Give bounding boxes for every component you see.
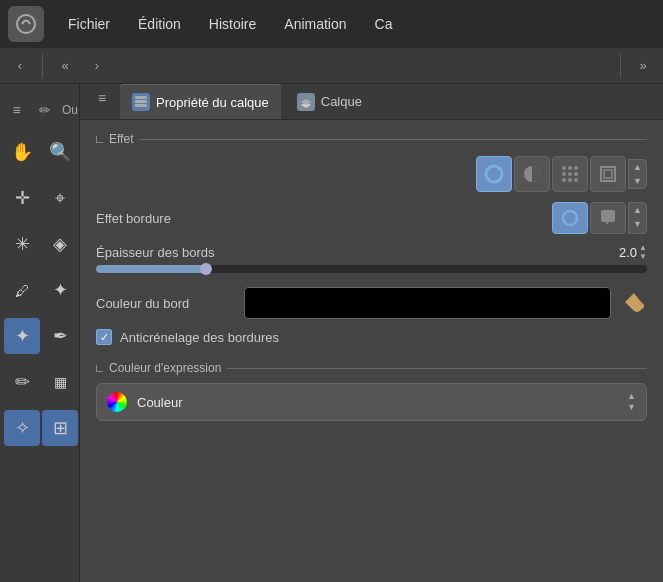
couleur-dropdown-label: Couleur <box>137 395 617 410</box>
main-layout: ≡ ✏ Ou ✋ 🔍 ✛ ⌖ ✳ ◈ 🖊 ✦ ✦ ✒ ✏ ▦ ✧ ⊞ ≡ <box>0 84 663 582</box>
star-tool[interactable]: ✳ <box>4 226 40 262</box>
menu-ca[interactable]: Ca <box>363 10 405 38</box>
tab-propriete[interactable]: Propriété du calque <box>120 84 281 119</box>
effect-circle-btn[interactable] <box>476 156 512 192</box>
border-type-group: ▲ ▼ <box>552 202 647 234</box>
effet-title: Effet <box>96 132 647 146</box>
nav-double-left-btn[interactable]: « <box>51 52 79 80</box>
svg-rect-3 <box>135 104 147 107</box>
effect-selector: ▲ ▼ <box>96 156 647 192</box>
svg-point-18 <box>638 303 644 309</box>
add-star-tool[interactable]: ✧ <box>4 410 40 446</box>
pen-tool[interactable]: ✒ <box>42 318 78 354</box>
toolbar-sep-1 <box>42 54 43 78</box>
tool-label: Ou <box>62 103 78 117</box>
epaisseur-header: Épaisseur des bords 2.0 ▲ ▼ <box>96 244 647 261</box>
couleur-bord-swatch[interactable] <box>244 287 611 319</box>
nav-forward-btn[interactable]: › <box>83 52 111 80</box>
epaisseur-num: 2.0 <box>619 245 637 260</box>
effect-dots-btn[interactable] <box>552 156 588 192</box>
tab-calque-icon <box>297 93 315 111</box>
epaisseur-slider[interactable] <box>96 265 647 273</box>
svg-point-12 <box>562 178 566 182</box>
antialias-label: Anticrénelage des bordures <box>120 330 279 345</box>
epaisseur-spinner[interactable]: ▲ ▼ <box>639 244 647 261</box>
lasso-tool[interactable]: ⌖ <box>42 180 78 216</box>
menu-bar: Fichier Édition Histoire Animation Ca <box>0 0 663 48</box>
antialias-row: ✓ Anticrénelage des bordures <box>96 329 647 345</box>
couleur-expression-title: Couleur d'expression <box>96 361 647 375</box>
svg-point-17 <box>563 211 577 225</box>
svg-rect-1 <box>135 96 147 99</box>
couleur-expression-section: Couleur d'expression Couleur ▲ ▼ <box>96 361 647 421</box>
tab-calque[interactable]: Calque <box>285 84 374 119</box>
svg-rect-2 <box>135 100 147 103</box>
svg-point-9 <box>562 172 566 176</box>
toolbar-sep-2 <box>620 54 621 78</box>
move-tool[interactable]: ✛ <box>4 180 40 216</box>
border-type-spinner[interactable]: ▲ ▼ <box>628 202 647 234</box>
pen2-tool[interactable]: ✏ <box>4 364 40 400</box>
epaisseur-row: Épaisseur des bords 2.0 ▲ ▼ <box>96 244 647 277</box>
left-sidebar: ≡ ✏ Ou ✋ 🔍 ✛ ⌖ ✳ ◈ 🖊 ✦ ✦ ✒ ✏ ▦ ✧ ⊞ <box>0 84 80 582</box>
menu-animation[interactable]: Animation <box>272 10 358 38</box>
dropdown-down-arrow[interactable]: ▼ <box>627 403 636 412</box>
svg-point-4 <box>486 166 502 182</box>
hand-tool[interactable]: ✋ <box>4 134 40 170</box>
couleur-bord-row: Couleur du bord <box>96 287 647 319</box>
panel-menu-btn[interactable]: ≡ <box>88 84 116 112</box>
svg-rect-16 <box>604 170 612 178</box>
couleur-fill-btn[interactable] <box>619 289 647 317</box>
tab-calque-label: Calque <box>321 94 362 109</box>
border-bubble-btn[interactable] <box>590 202 626 234</box>
search-tool[interactable]: 🔍 <box>42 134 78 170</box>
epaisseur-label: Épaisseur des bords <box>96 245 215 260</box>
sparkle-tool[interactable]: ✦ <box>42 272 78 308</box>
app-logo <box>8 6 44 42</box>
menu-fichier[interactable]: Fichier <box>56 10 122 38</box>
panel-tabs: ≡ Propriété du calque <box>80 84 663 120</box>
section-divider <box>139 139 647 140</box>
brush-tool-btn[interactable]: ✏ <box>33 96 58 124</box>
svg-point-13 <box>568 178 572 182</box>
epaisseur-up[interactable]: ▲ <box>639 244 647 252</box>
effet-bordure-label: Effet bordure <box>96 211 236 226</box>
svg-point-8 <box>574 166 578 170</box>
cube-tool[interactable]: ◈ <box>42 226 78 262</box>
qr-tool[interactable]: ▦ <box>42 364 78 400</box>
eyedropper-tool[interactable]: 🖊 <box>4 272 40 308</box>
svg-point-11 <box>574 172 578 176</box>
tab-propriete-icon <box>132 93 150 111</box>
effect-spinner[interactable]: ▲ ▼ <box>628 159 647 189</box>
nav-back-btn[interactable]: ‹ <box>6 52 34 80</box>
hamburger-btn[interactable]: ≡ <box>4 96 29 124</box>
expr-section-divider <box>227 368 647 369</box>
grid-tool[interactable]: ⊞ <box>42 410 78 446</box>
nav-double-right-btn[interactable]: » <box>629 52 657 80</box>
epaisseur-down[interactable]: ▼ <box>639 253 647 261</box>
couleur-dropdown-spinner[interactable]: ▲ ▼ <box>627 392 636 412</box>
slider-fill <box>96 265 206 273</box>
effet-section: Effet <box>96 132 647 345</box>
dropdown-up-arrow[interactable]: ▲ <box>627 392 636 401</box>
couleur-dropdown[interactable]: Couleur ▲ ▼ <box>96 383 647 421</box>
couleur-bord-label: Couleur du bord <box>96 296 236 311</box>
menu-edition[interactable]: Édition <box>126 10 193 38</box>
svg-rect-15 <box>601 167 615 181</box>
effect-half-btn[interactable] <box>514 156 550 192</box>
effect-btn-group: ▲ ▼ <box>476 156 647 192</box>
effect-layers-btn[interactable] <box>590 156 626 192</box>
panel-content: Effet <box>80 120 663 582</box>
slider-thumb[interactable] <box>200 263 212 275</box>
menu-histoire[interactable]: Histoire <box>197 10 268 38</box>
star-accent-tool[interactable]: ✦ <box>4 318 40 354</box>
svg-point-7 <box>568 166 572 170</box>
border-circle-btn[interactable] <box>552 202 588 234</box>
svg-point-10 <box>568 172 572 176</box>
svg-point-14 <box>574 178 578 182</box>
toolbar: ‹ « › » <box>0 48 663 84</box>
epaisseur-value-group: 2.0 ▲ ▼ <box>619 244 647 261</box>
antialias-checkbox[interactable]: ✓ <box>96 329 112 345</box>
tab-propriete-label: Propriété du calque <box>156 95 269 110</box>
svg-point-6 <box>562 166 566 170</box>
